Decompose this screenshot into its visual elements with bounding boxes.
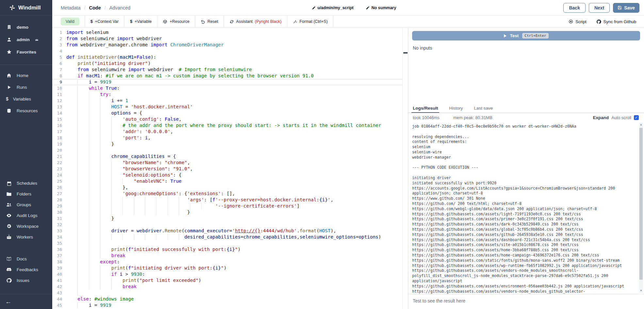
autoscroll-label[interactable]: Auto scroll [611, 115, 631, 120]
indent-guide [179, 203, 179, 209]
code-line-14[interactable]: 14 options = { [52, 110, 402, 116]
code-line-21[interactable]: 21 chrome_capabilities = { [52, 153, 402, 160]
code-line-15[interactable]: 15 'auto_config': False, [52, 116, 402, 122]
code-line-26[interactable]: 26 }, [52, 184, 402, 191]
script-path[interactable]: u/admin/my_script [312, 6, 353, 10]
log-scrollbar[interactable]: ▲ ▼ [639, 123, 643, 293]
code-editor[interactable]: 1import selenium2from seleniumwire impor… [52, 28, 402, 309]
sidebar-item-favorites[interactable]: Favorites [0, 46, 52, 58]
code-line-43[interactable]: 43 [52, 290, 402, 296]
sidebar-item-audit-logs[interactable]: Audit Logs [0, 210, 52, 221]
code-line-17[interactable]: 17 'addr': '0.0.0.0', [52, 129, 402, 135]
format-ctrl-s--button[interactable]: Format (Ctrl+S) [287, 16, 333, 27]
indent-guide [100, 271, 100, 277]
code-line-41[interactable]: 41 print("port limit exceeded") [52, 277, 402, 284]
code-line-6[interactable]: 6 print("initiating driver") [52, 60, 402, 67]
code-line-24[interactable]: 24 "selenoid:options": { [52, 172, 402, 178]
code-line-44[interactable]: 44 else: #windows image [52, 296, 402, 302]
scroll-down-icon[interactable]: ▼ [639, 289, 643, 293]
code-line-34[interactable]: 34 desired_capabilities=chrome_capabilit… [52, 234, 402, 240]
code-line-2[interactable]: 2from seleniumwire import webdriver [52, 36, 402, 42]
code-line-39[interactable]: 39 print(f"initiating driver with port:{… [52, 265, 402, 271]
line-number: 36 [52, 246, 62, 253]
tab-logs-result[interactable]: Logs/Result [413, 104, 438, 113]
indent-guide [89, 209, 89, 215]
code-line-35[interactable]: 35 [52, 240, 402, 246]
code-line-12[interactable]: 12 i += 1 [52, 98, 402, 104]
sidebar-item-home[interactable]: Home [0, 70, 52, 81]
code-line-30[interactable]: 30 } [52, 209, 402, 215]
script-summary[interactable]: No summary [366, 6, 396, 10]
code-line-19[interactable]: 19 } [52, 141, 402, 147]
-context-var-button[interactable]: $+Context Var [85, 16, 124, 27]
sidebar-item-issues[interactable]: Issues [0, 275, 52, 286]
code-line-16[interactable]: 16 # the addr and the port where the pro… [52, 122, 402, 129]
code-line-31[interactable]: 31 } [52, 215, 402, 222]
code-line-40[interactable]: 40 if i > 9930: [52, 271, 402, 277]
script-kind-button[interactable]: Script [569, 19, 586, 24]
sidebar-item-admin[interactable]: admin [0, 33, 52, 46]
indent-guide [89, 228, 89, 234]
tab-history[interactable]: History [449, 104, 463, 113]
code-line-1[interactable]: 1import selenium [52, 29, 402, 36]
sidebar-item-docs[interactable]: Docs [0, 254, 52, 264]
code-line-18[interactable]: 18 'port': i, [52, 135, 402, 141]
tab-advanced[interactable]: Advanced [109, 5, 131, 10]
sidebar-item-demo[interactable]: demo [0, 21, 52, 33]
code-line-33[interactable]: 33 driver = webdriver.Remote(command_exe… [52, 228, 402, 234]
code-line-11[interactable]: 11 try: [52, 91, 402, 98]
expand-button[interactable]: Expand [593, 115, 609, 120]
code-line-22[interactable]: 22 "browserName": "chrome", [52, 160, 402, 166]
autoscroll-checkbox[interactable]: ✓ [634, 115, 639, 120]
code-line-4[interactable]: 4 [52, 48, 402, 54]
code-line-7[interactable]: 7 from seleniumwire import webdriver # I… [52, 67, 402, 73]
sidebar-item-schedules[interactable]: Schedules [0, 178, 52, 189]
code-line-27[interactable]: 27 'goog:chromeOptions': {'extensions': … [52, 191, 402, 197]
sidebar-item-groups[interactable]: Groups [0, 199, 52, 210]
sidebar-item-variables[interactable]: $Variables [0, 93, 52, 105]
line-number: 29 [52, 203, 62, 209]
editor-scrollbar[interactable] [402, 28, 408, 309]
code-line-20[interactable]: 20 [52, 147, 402, 153]
code-line-13[interactable]: 13 HOST = 'host.docker.internal' [52, 104, 402, 110]
sync-from-github-button[interactable]: Sync from Github [596, 19, 636, 24]
back-button[interactable]: Back [563, 3, 585, 13]
sidebar-item-feedbacks[interactable]: Feedbacks [0, 264, 52, 275]
line-number: 45 [52, 302, 62, 308]
collapse-sidebar-icon[interactable]: ← [5, 298, 11, 305]
tab-metadata[interactable]: Metadata [61, 5, 80, 10]
next-button[interactable]: Next [589, 3, 610, 13]
code-line-45[interactable]: 45 i = 9919 [52, 302, 402, 308]
sidebar-item-workers[interactable]: Workers [0, 232, 52, 242]
code-line-37[interactable]: 37 break [52, 253, 402, 259]
app-logo[interactable]: Windmill [0, 0, 52, 16]
code-line-23[interactable]: 23 "browserVersion": "91.0", [52, 166, 402, 172]
code-line-3[interactable]: 3from webdriver_manager.chrome import Ch… [52, 42, 402, 48]
code-line-25[interactable]: 25 "enableVNC": True [52, 178, 402, 184]
indent-guide [111, 191, 112, 197]
code-line-5[interactable]: 5def initiateDriver(macM1=False): [52, 54, 402, 60]
tab-last-save[interactable]: Last save [474, 104, 493, 113]
code-line-42[interactable]: 42 break [52, 284, 402, 290]
sidebar-item-runs[interactable]: Runs [0, 81, 52, 93]
code-line-36[interactable]: 36 print(f"initiated successfully with p… [52, 246, 402, 253]
code-line-32[interactable]: 32 [52, 222, 402, 228]
code-line-10[interactable]: 10 while True: [52, 85, 402, 91]
-resource-button[interactable]: +Resource [157, 16, 195, 27]
reset-button[interactable]: Reset [195, 16, 224, 27]
code-line-8[interactable]: 8 if macM1: #if we are on mac m1 -> cust… [52, 73, 402, 79]
code-line-29[interactable]: 29 '--ignore-certificate-errors'] [52, 203, 402, 209]
test-button[interactable]: Test Ctrl+Enter [412, 31, 640, 40]
assistant-button[interactable]: Assistant (Pyright Black) [224, 16, 287, 27]
scroll-up-icon[interactable]: ▲ [639, 123, 643, 127]
log-scroll-thumb[interactable] [639, 128, 643, 280]
save-button[interactable]: Save [613, 3, 639, 13]
sidebar-item-workspace[interactable]: Workspace [0, 221, 52, 232]
sidebar-item-folders[interactable]: Folders [0, 189, 52, 199]
-variable-button[interactable]: $+Variable [124, 16, 157, 27]
code-line-28[interactable]: 28 'args': [f'--proxy-server=host.docker… [52, 197, 402, 203]
tab-code[interactable]: Code [89, 5, 101, 10]
code-line-9[interactable]: 9 i = 9919 [52, 79, 402, 85]
code-line-38[interactable]: 38 except: [52, 259, 402, 265]
sidebar-item-resources[interactable]: Resources [0, 105, 52, 116]
